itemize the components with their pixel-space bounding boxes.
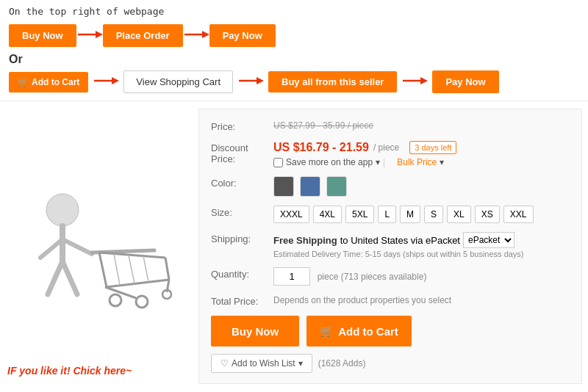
color-swatch-dark[interactable] xyxy=(273,176,294,197)
discount-price-row: DiscountPrice: US $16.79 - 21.59 / piece… xyxy=(211,141,570,167)
discount-value: US $16.79 - 21.59 / piece 3 days left Sa… xyxy=(273,141,570,167)
pay-now-button-flow1[interactable]: Pay Now xyxy=(209,24,276,47)
total-price-row: Total Price: Depends on the product prop… xyxy=(211,294,570,307)
svg-line-13 xyxy=(40,239,62,258)
buy-now-button-flow1[interactable]: Buy Now xyxy=(9,24,76,47)
size-button-xxl[interactable]: XXL xyxy=(503,206,534,223)
color-swatch-teal[interactable] xyxy=(326,176,347,197)
chevron-down-icon: ▾ xyxy=(376,157,380,167)
wishlist-dropdown-icon: ▾ xyxy=(298,358,303,369)
wishlist-button[interactable]: ♡ Add to Wish List ▾ xyxy=(211,354,312,373)
price-value: US $27.99 - 35.99 / piece xyxy=(273,120,570,131)
size-row: Size: XXXL4XL5XLLMSXLXSXXL xyxy=(211,206,570,223)
size-button-5xl[interactable]: 5XL xyxy=(345,206,374,223)
cart-icon-large: 🛒 xyxy=(320,324,334,338)
size-button-l[interactable]: L xyxy=(378,206,396,223)
svg-point-10 xyxy=(46,194,79,226)
place-order-button[interactable]: Place Order xyxy=(103,24,183,47)
svg-marker-5 xyxy=(112,77,119,84)
pay-now-button-flow2[interactable]: Pay Now xyxy=(432,70,498,93)
svg-line-22 xyxy=(129,255,135,283)
price-row: Price: US $27.99 - 35.99 / piece xyxy=(211,120,570,132)
svg-line-17 xyxy=(99,253,165,258)
svg-marker-3 xyxy=(202,31,209,38)
original-price: US $27.99 - 35.99 / piece xyxy=(273,120,373,131)
total-label: Total Price: xyxy=(211,294,273,307)
quantity-value: piece (713 pieces available) xyxy=(273,267,570,286)
svg-line-19 xyxy=(99,253,107,287)
color-value xyxy=(273,176,570,197)
svg-line-14 xyxy=(48,261,62,294)
total-note: Depends on the product properties you se… xyxy=(273,295,451,305)
svg-marker-9 xyxy=(420,77,428,84)
color-swatches xyxy=(273,176,570,197)
buy-now-button-main[interactable]: Buy Now xyxy=(211,316,299,346)
shipping-label: Shipping: xyxy=(211,232,273,244)
shipping-to-text: to United States via ePacket xyxy=(340,235,460,246)
per-piece: / piece xyxy=(373,142,399,153)
cart-icon-small: 🛒 xyxy=(18,77,29,87)
product-details-panel: Price: US $27.99 - 35.99 / piece Discoun… xyxy=(198,109,582,384)
add-to-cart-button-main[interactable]: 🛒 Add to Cart xyxy=(306,316,412,346)
discount-price: US $16.79 - 21.59 xyxy=(273,141,369,154)
arrow-1 xyxy=(76,27,103,44)
heart-icon: ♡ xyxy=(220,358,229,369)
flow-row-1: Buy Now Place Order Pay Now xyxy=(0,20,588,51)
product-image-area: IF you like it! Chick here~ xyxy=(0,109,198,384)
flow-row-2: 🛒 Add to Cart View Shopping Cart Buy all… xyxy=(0,68,588,101)
size-button-4xl[interactable]: 4XL xyxy=(313,206,342,223)
action-buttons: Buy Now 🛒 Add to Cart xyxy=(211,316,570,346)
top-instruction: On the top right of webpage xyxy=(0,0,588,20)
arrow-4 xyxy=(237,73,264,90)
save-app-text: Save more on the app xyxy=(286,157,373,167)
wishlist-row: ♡ Add to Wish List ▾ (1628 Adds) xyxy=(211,354,570,373)
svg-line-21 xyxy=(114,254,120,285)
color-label: Color: xyxy=(211,176,273,189)
size-button-xs[interactable]: XS xyxy=(475,206,500,223)
svg-marker-1 xyxy=(96,31,103,38)
size-label: Size: xyxy=(211,206,273,218)
free-shipping-text: Free Shipping xyxy=(273,235,337,246)
bulk-price-chevron: ▾ xyxy=(440,157,444,167)
arrow-2 xyxy=(183,27,209,44)
svg-marker-7 xyxy=(257,77,264,84)
svg-point-26 xyxy=(136,296,148,308)
shipping-method-select[interactable]: ePacket xyxy=(463,232,514,248)
svg-point-25 xyxy=(110,294,121,306)
quantity-label: Quantity: xyxy=(211,267,273,280)
size-buttons: XXXL4XL5XLLMSXLXSXXL xyxy=(273,206,570,223)
svg-line-23 xyxy=(143,256,148,282)
or-label: Or xyxy=(0,51,588,68)
shipping-value: Free Shipping to United States via ePack… xyxy=(273,232,570,258)
cart-svg xyxy=(26,173,173,320)
price-label: Price: xyxy=(211,120,273,132)
size-button-xxxl[interactable]: XXXL xyxy=(273,206,309,223)
save-app-checkbox[interactable] xyxy=(273,158,283,167)
svg-line-20 xyxy=(165,258,169,280)
bulk-price-link[interactable]: Bulk Price xyxy=(397,157,437,167)
shipping-row: Shipping: Free Shipping to United States… xyxy=(211,232,570,258)
arrow-3 xyxy=(93,73,119,90)
size-button-s[interactable]: S xyxy=(424,206,443,223)
arrow-5 xyxy=(401,73,428,90)
discount-label: DiscountPrice: xyxy=(211,141,273,164)
view-shopping-cart-button[interactable]: View Shopping Cart xyxy=(123,70,233,93)
quantity-row: Quantity: piece (713 pieces available) xyxy=(211,267,570,286)
svg-line-18 xyxy=(107,280,169,287)
shipping-method-row: Free Shipping to United States via ePack… xyxy=(273,232,570,248)
adds-count: (1628 Adds) xyxy=(318,358,366,369)
quantity-input[interactable] xyxy=(273,267,310,286)
total-value: Depends on the product properties you se… xyxy=(273,294,570,305)
product-image xyxy=(18,166,180,327)
color-swatch-blue[interactable] xyxy=(300,176,320,197)
buy-all-from-seller-button[interactable]: Buy all from this seller xyxy=(268,71,397,92)
delivery-note: Estimated Delivery Time: 5-15 days (ship… xyxy=(273,250,570,258)
if-you-like-text[interactable]: IF you like it! Chick here~ xyxy=(7,365,132,377)
svg-line-12 xyxy=(62,239,92,254)
svg-line-15 xyxy=(62,261,77,294)
days-left-badge: 3 days left xyxy=(409,141,456,154)
size-button-xl[interactable]: XL xyxy=(447,206,471,223)
size-button-m[interactable]: M xyxy=(400,206,420,223)
add-to-cart-button-flow2[interactable]: 🛒 Add to Cart xyxy=(9,72,88,92)
quantity-note: piece (713 pieces available) xyxy=(318,272,427,282)
